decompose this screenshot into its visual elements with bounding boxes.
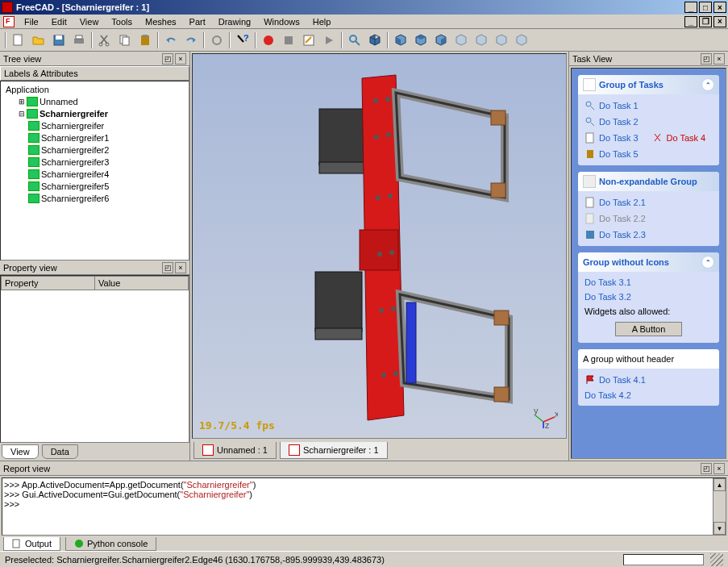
- menu-part[interactable]: Part: [183, 15, 212, 28]
- print-button[interactable]: [69, 31, 89, 50]
- svg-rect-18: [319, 162, 366, 173]
- zoom-fit-button[interactable]: [345, 31, 364, 50]
- menu-tools[interactable]: Tools: [105, 15, 139, 28]
- view-bottom-button[interactable]: [472, 31, 491, 50]
- record-button[interactable]: [259, 31, 278, 50]
- tree-item[interactable]: Scharniergreifer4: [2, 168, 187, 180]
- mdi-restore-button[interactable]: ❐: [699, 16, 712, 27]
- task-item[interactable]: Do Task 3.2: [581, 290, 716, 304]
- tree-undock-button[interactable]: ◰: [162, 53, 173, 65]
- view-right-button[interactable]: [431, 31, 451, 50]
- paste-button[interactable]: [135, 31, 155, 50]
- view-top-button[interactable]: [411, 31, 431, 50]
- task-item[interactable]: Do Task 4.1: [581, 372, 716, 388]
- tree-item[interactable]: Scharniergreifer: [2, 119, 187, 131]
- open-button[interactable]: [29, 31, 48, 50]
- menu-meshes[interactable]: Meshes: [139, 15, 183, 28]
- task-item[interactable]: Do Task 5: [581, 146, 716, 162]
- doc-tab-unnamed[interactable]: Unnamed : 1: [193, 442, 277, 459]
- prop-undock-button[interactable]: ◰: [162, 262, 173, 273]
- edit-button[interactable]: [299, 31, 318, 50]
- view-rear-button[interactable]: [451, 31, 471, 50]
- tree-item[interactable]: Scharniergreifer3: [2, 156, 187, 168]
- collapse-icon[interactable]: ⌃: [701, 256, 714, 269]
- task-item[interactable]: Do Task 4: [649, 130, 717, 146]
- svg-rect-52: [13, 540, 19, 548]
- close-button[interactable]: ×: [713, 2, 726, 13]
- refresh-button[interactable]: [207, 31, 227, 50]
- task-item[interactable]: Do Task 4.2: [581, 388, 716, 402]
- prop-close-button[interactable]: ×: [175, 262, 186, 273]
- task-item[interactable]: Do Task 1: [581, 98, 716, 114]
- collapse-icon[interactable]: ⌃: [701, 78, 714, 91]
- tree-close-button[interactable]: ×: [175, 53, 186, 65]
- menu-bar: File Edit View Tools Meshes Part Drawing…: [0, 15, 728, 29]
- tree-item[interactable]: Scharniergreifer1: [2, 131, 187, 144]
- task-item[interactable]: Do Task 2: [581, 114, 716, 130]
- task-group-1-header[interactable]: Group of Tasks ⌃: [578, 75, 719, 94]
- view-axo-button[interactable]: [512, 31, 531, 50]
- a-button[interactable]: A Button: [615, 322, 683, 336]
- view-front-button[interactable]: [391, 31, 410, 50]
- maximize-button[interactable]: □: [699, 2, 712, 13]
- task-undock-button[interactable]: ◰: [701, 53, 712, 65]
- svg-point-33: [377, 252, 382, 256]
- menu-windows[interactable]: Windows: [257, 15, 306, 28]
- tree-view[interactable]: Application ⊞Unnamed ⊟Scharniergreifer S…: [0, 81, 189, 261]
- doc-tab-scharniergreifer[interactable]: Scharniergreifer : 1: [280, 442, 388, 459]
- svg-point-31: [376, 195, 381, 200]
- menu-file[interactable]: File: [18, 15, 45, 28]
- property-table[interactable]: PropertyValue: [0, 275, 189, 443]
- tree-item[interactable]: Scharniergreifer2: [2, 144, 187, 156]
- tab-data[interactable]: Data: [42, 444, 78, 459]
- tab-python-console[interactable]: Python console: [65, 537, 156, 551]
- report-output[interactable]: >>> App.ActiveDocument=App.getDocument("…: [2, 477, 726, 536]
- scroll-up-button[interactable]: ▲: [713, 478, 726, 491]
- scroll-down-button[interactable]: ▼: [713, 522, 726, 535]
- copy-button[interactable]: [115, 31, 135, 50]
- minimize-button[interactable]: _: [684, 2, 697, 13]
- undo-button[interactable]: [161, 31, 181, 50]
- menu-help[interactable]: Help: [306, 15, 338, 28]
- svg-rect-17: [319, 109, 366, 165]
- task-close-button[interactable]: ×: [713, 53, 725, 65]
- part-icon: [28, 145, 40, 155]
- folder-icon: [583, 78, 596, 91]
- svg-point-45: [586, 102, 591, 106]
- mdi-minimize-button[interactable]: _: [684, 16, 697, 27]
- report-undock-button[interactable]: ◰: [701, 463, 712, 474]
- view-left-button[interactable]: [492, 31, 511, 50]
- tree-active-doc[interactable]: ⊟Scharniergreifer: [2, 107, 187, 119]
- tab-output[interactable]: Output: [3, 537, 60, 551]
- svg-point-16: [350, 35, 356, 42]
- save-button[interactable]: [49, 31, 69, 50]
- report-scrollbar[interactable]: ▲ ▼: [713, 478, 726, 535]
- tree-item[interactable]: Scharniergreifer5: [2, 180, 187, 192]
- tree-unnamed-doc[interactable]: ⊞Unnamed: [2, 95, 187, 107]
- menu-view[interactable]: View: [73, 15, 106, 28]
- whatsthis-button[interactable]: ?: [233, 31, 252, 50]
- task-item[interactable]: Do Task 3: [581, 130, 649, 146]
- menu-drawing[interactable]: Drawing: [212, 15, 257, 28]
- tree-item[interactable]: Scharniergreifer6: [2, 192, 187, 204]
- view-iso-button[interactable]: [365, 31, 385, 50]
- new-button[interactable]: [9, 31, 28, 50]
- mdi-close-button[interactable]: ×: [713, 16, 726, 27]
- stop-button[interactable]: [279, 31, 298, 50]
- menu-edit[interactable]: Edit: [45, 15, 73, 28]
- task-item[interactable]: Do Task 3.1: [581, 275, 716, 290]
- tree-application[interactable]: Application: [2, 83, 187, 95]
- 3d-viewport[interactable]: 19.7/5.4 fps x y z: [192, 53, 567, 439]
- report-close-button[interactable]: ×: [713, 463, 725, 474]
- redo-button[interactable]: [181, 31, 201, 50]
- resize-grip[interactable]: [710, 553, 723, 566]
- task-group-3-header[interactable]: Group without Icons ⌃: [578, 252, 719, 272]
- task-group-2-header[interactable]: Non-expandable Group: [578, 172, 719, 191]
- model-render: [235, 69, 525, 423]
- svg-point-38: [393, 371, 398, 376]
- task-item[interactable]: Do Task 2.3: [581, 227, 716, 243]
- tab-view[interactable]: View: [2, 444, 39, 459]
- play-button[interactable]: [319, 31, 339, 50]
- cut-button[interactable]: [95, 31, 114, 50]
- task-item[interactable]: Do Task 2.1: [581, 194, 716, 211]
